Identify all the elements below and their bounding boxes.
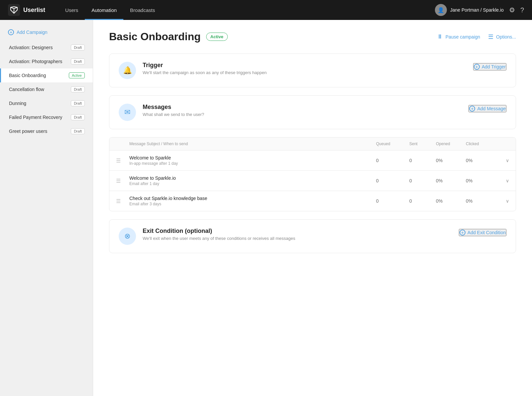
top-navigation: Userlist Users Automation Broadcasts 👤 J… bbox=[0, 0, 532, 20]
sent-cell: 0 bbox=[409, 178, 436, 183]
message-subtitle: In-app message after 1 day bbox=[129, 161, 376, 166]
queued-cell: 0 bbox=[376, 178, 409, 183]
add-message-icon: + bbox=[469, 106, 475, 112]
sidebar-item-label: Activation: Photographers bbox=[9, 59, 62, 64]
add-campaign-icon: + bbox=[8, 29, 14, 35]
messages-description: What shall we send to the user? bbox=[143, 112, 204, 117]
messages-section: ✉ Messages What shall we send to the use… bbox=[109, 95, 516, 129]
status-badge: Draft bbox=[71, 100, 85, 106]
col-opened: Opened bbox=[436, 142, 466, 146]
col-expand bbox=[496, 142, 509, 146]
sidebar-item-label: Cancellation flow bbox=[9, 87, 44, 92]
nav-links: Users Automation Broadcasts bbox=[59, 0, 435, 20]
messages-title: Messages bbox=[143, 104, 204, 111]
message-subject-cell: Welcome to Sparkle In-app message after … bbox=[129, 155, 376, 166]
trigger-title: Trigger bbox=[143, 62, 267, 69]
col-drag bbox=[116, 142, 129, 146]
trigger-description: We'll start the campaign as soon as any … bbox=[143, 70, 267, 75]
expand-icon[interactable]: ∨ bbox=[496, 158, 509, 163]
col-queued: Queued bbox=[376, 142, 409, 146]
brand-logo[interactable]: Userlist bbox=[8, 4, 45, 16]
topnav-right: 👤 Jane Portman / Sparkle.io ⚙ ? bbox=[435, 4, 524, 16]
clicked-cell: 0% bbox=[466, 178, 496, 183]
nav-broadcasts[interactable]: Broadcasts bbox=[123, 0, 162, 20]
expand-icon[interactable]: ∨ bbox=[496, 178, 509, 183]
sent-cell: 0 bbox=[409, 198, 436, 204]
sidebar-item-basic-onboarding[interactable]: Basic Onboarding Active bbox=[0, 68, 93, 82]
sent-cell: 0 bbox=[409, 158, 436, 163]
message-subject: Welcome to Sparkle bbox=[129, 155, 376, 160]
table-row[interactable]: ☰ Welcome to Sparkle In-app message afte… bbox=[109, 150, 516, 171]
status-badge: Draft bbox=[71, 128, 85, 134]
status-badge: Active bbox=[69, 72, 85, 78]
page-title-area: Basic Onboarding Active bbox=[109, 31, 228, 43]
sidebar-item-label: Failed Payment Recovery bbox=[9, 115, 62, 120]
exit-text: Exit Condition (optional) We'll exit whe… bbox=[143, 228, 295, 241]
trigger-section: 🔔 Trigger We'll start the campaign as so… bbox=[109, 53, 516, 87]
user-info[interactable]: 👤 Jane Portman / Sparkle.io bbox=[435, 4, 504, 16]
col-clicked: Clicked bbox=[466, 142, 496, 146]
options-label: Options... bbox=[496, 34, 516, 40]
user-name: Jane Portman / Sparkle.io bbox=[450, 7, 504, 13]
trigger-card-left: 🔔 Trigger We'll start the campaign as so… bbox=[119, 62, 267, 79]
status-badge: Draft bbox=[71, 114, 85, 120]
expand-icon[interactable]: ∨ bbox=[496, 198, 509, 204]
message-subtitle: Email after 3 days bbox=[129, 202, 376, 206]
header-actions: ⏸ Pause campaign ☰ Options... bbox=[437, 33, 516, 41]
settings-button[interactable]: ⚙ bbox=[509, 6, 515, 14]
brand-name: Userlist bbox=[23, 7, 45, 14]
sidebar-item-cancellation-flow[interactable]: Cancellation flow Draft bbox=[0, 82, 93, 96]
add-exit-condition-button[interactable]: + Add Exit Condition bbox=[459, 229, 506, 236]
sidebar-item-label: Dunning bbox=[9, 101, 26, 106]
sidebar-item-failed-payment-recovery[interactable]: Failed Payment Recovery Draft bbox=[0, 110, 93, 124]
drag-handle-icon: ☰ bbox=[116, 178, 129, 184]
add-message-button[interactable]: + Add Message bbox=[468, 105, 506, 112]
sidebar-item-label: Activation: Designers bbox=[9, 45, 53, 50]
status-badge: Draft bbox=[71, 58, 85, 64]
nav-automation[interactable]: Automation bbox=[85, 0, 123, 20]
add-trigger-button[interactable]: + Add Trigger bbox=[473, 63, 506, 70]
exit-description: We'll exit when the user meets any of th… bbox=[143, 236, 295, 241]
messages-table: Message Subject / When to send Queued Se… bbox=[109, 137, 516, 211]
sidebar-item-activation-designers[interactable]: Activation: Designers Draft bbox=[0, 41, 93, 54]
sidebar-item-activation-photographers[interactable]: Activation: Photographers Draft bbox=[0, 54, 93, 68]
drag-handle-icon: ☰ bbox=[116, 198, 129, 204]
logo-icon bbox=[8, 4, 20, 16]
message-subject-cell: Welcome to Sparkle.io Email after 1 day bbox=[129, 175, 376, 186]
clicked-cell: 0% bbox=[466, 158, 496, 163]
message-subject: Check out Sparkle.io knowledge base bbox=[129, 196, 376, 201]
table-row[interactable]: ☰ Check out Sparkle.io knowledge base Em… bbox=[109, 191, 516, 211]
campaign-status-badge: Active bbox=[206, 33, 228, 41]
sidebar-item-label: Greet power users bbox=[9, 129, 47, 134]
page-header: Basic Onboarding Active ⏸ Pause campaign… bbox=[109, 31, 516, 43]
sidebar: + Add Campaign Activation: Designers Dra… bbox=[0, 20, 93, 396]
messages-icon: ✉ bbox=[119, 104, 136, 121]
add-campaign-label: Add Campaign bbox=[17, 30, 48, 35]
sidebar-item-greet-power-users[interactable]: Greet power users Draft bbox=[0, 124, 93, 138]
messages-text: Messages What shall we send to the user? bbox=[143, 104, 204, 117]
page-title: Basic Onboarding bbox=[109, 31, 201, 43]
add-trigger-label: Add Trigger bbox=[482, 64, 506, 69]
add-campaign-button[interactable]: + Add Campaign bbox=[0, 27, 93, 41]
add-exit-label: Add Exit Condition bbox=[467, 230, 506, 235]
pause-label: Pause campaign bbox=[446, 34, 480, 40]
sidebar-item-dunning[interactable]: Dunning Draft bbox=[0, 96, 93, 110]
opened-cell: 0% bbox=[436, 178, 466, 183]
message-subject-cell: Check out Sparkle.io knowledge base Emai… bbox=[129, 196, 376, 206]
nav-users[interactable]: Users bbox=[59, 0, 85, 20]
message-subject: Welcome to Sparkle.io bbox=[129, 175, 376, 181]
clicked-cell: 0% bbox=[466, 198, 496, 204]
trigger-icon: 🔔 bbox=[119, 62, 136, 79]
help-button[interactable]: ? bbox=[520, 6, 524, 14]
options-icon: ☰ bbox=[488, 33, 493, 41]
table-row[interactable]: ☰ Welcome to Sparkle.io Email after 1 da… bbox=[109, 171, 516, 191]
messages-card-left: ✉ Messages What shall we send to the use… bbox=[119, 104, 204, 121]
exit-condition-icon: ⊗ bbox=[119, 228, 136, 245]
drag-handle-icon: ☰ bbox=[116, 157, 129, 164]
add-message-label: Add Message bbox=[477, 106, 506, 111]
options-button[interactable]: ☰ Options... bbox=[488, 33, 516, 41]
exit-card-left: ⊗ Exit Condition (optional) We'll exit w… bbox=[119, 228, 295, 245]
pause-campaign-button[interactable]: ⏸ Pause campaign bbox=[437, 33, 480, 40]
message-subtitle: Email after 1 day bbox=[129, 181, 376, 186]
pause-icon: ⏸ bbox=[437, 33, 443, 40]
